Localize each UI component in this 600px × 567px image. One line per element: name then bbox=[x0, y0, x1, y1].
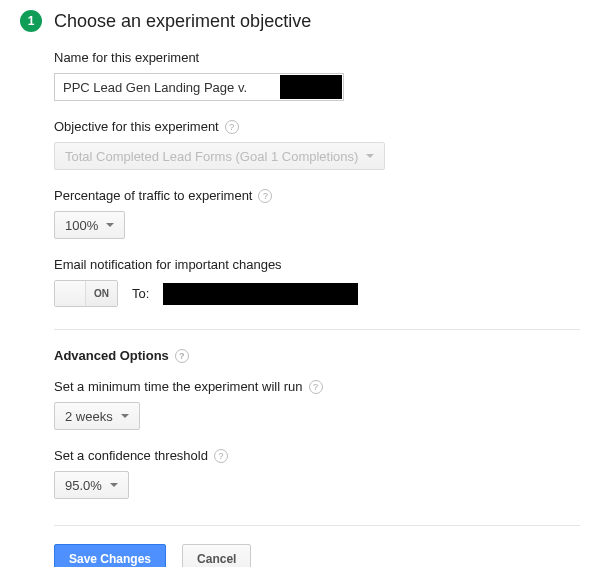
confidence-dropdown[interactable]: 95.0% bbox=[54, 471, 129, 499]
objective-selected: Total Completed Lead Forms (Goal 1 Compl… bbox=[65, 149, 358, 164]
email-label: Email notification for important changes bbox=[54, 257, 580, 272]
save-button[interactable]: Save Changes bbox=[54, 544, 166, 567]
step-number-badge: 1 bbox=[20, 10, 42, 32]
name-label: Name for this experiment bbox=[54, 50, 580, 65]
help-icon[interactable]: ? bbox=[309, 380, 323, 394]
page-title: Choose an experiment objective bbox=[54, 11, 311, 32]
help-icon[interactable]: ? bbox=[258, 189, 272, 203]
chevron-down-icon bbox=[110, 483, 118, 487]
traffic-label: Percentage of traffic to experiment bbox=[54, 188, 252, 203]
step-header: 1 Choose an experiment objective bbox=[20, 10, 580, 32]
help-icon[interactable]: ? bbox=[214, 449, 228, 463]
advanced-options-heading: Advanced Options bbox=[54, 348, 169, 363]
min-time-dropdown[interactable]: 2 weeks bbox=[54, 402, 140, 430]
traffic-selected: 100% bbox=[65, 218, 98, 233]
toggle-on-side: ON bbox=[85, 281, 117, 306]
redacted-email bbox=[163, 283, 358, 305]
objective-label: Objective for this experiment bbox=[54, 119, 219, 134]
email-to-label: To: bbox=[132, 286, 149, 301]
chevron-down-icon bbox=[106, 223, 114, 227]
divider bbox=[54, 525, 580, 526]
confidence-label: Set a confidence threshold bbox=[54, 448, 208, 463]
help-icon[interactable]: ? bbox=[225, 120, 239, 134]
objective-dropdown[interactable]: Total Completed Lead Forms (Goal 1 Compl… bbox=[54, 142, 385, 170]
redacted-text bbox=[280, 75, 342, 99]
help-icon[interactable]: ? bbox=[175, 349, 189, 363]
divider bbox=[54, 329, 580, 330]
min-time-selected: 2 weeks bbox=[65, 409, 113, 424]
confidence-selected: 95.0% bbox=[65, 478, 102, 493]
email-toggle[interactable]: ON bbox=[54, 280, 118, 307]
chevron-down-icon bbox=[366, 154, 374, 158]
chevron-down-icon bbox=[121, 414, 129, 418]
min-time-label: Set a minimum time the experiment will r… bbox=[54, 379, 303, 394]
cancel-button[interactable]: Cancel bbox=[182, 544, 251, 567]
toggle-off-side bbox=[55, 281, 85, 306]
traffic-dropdown[interactable]: 100% bbox=[54, 211, 125, 239]
